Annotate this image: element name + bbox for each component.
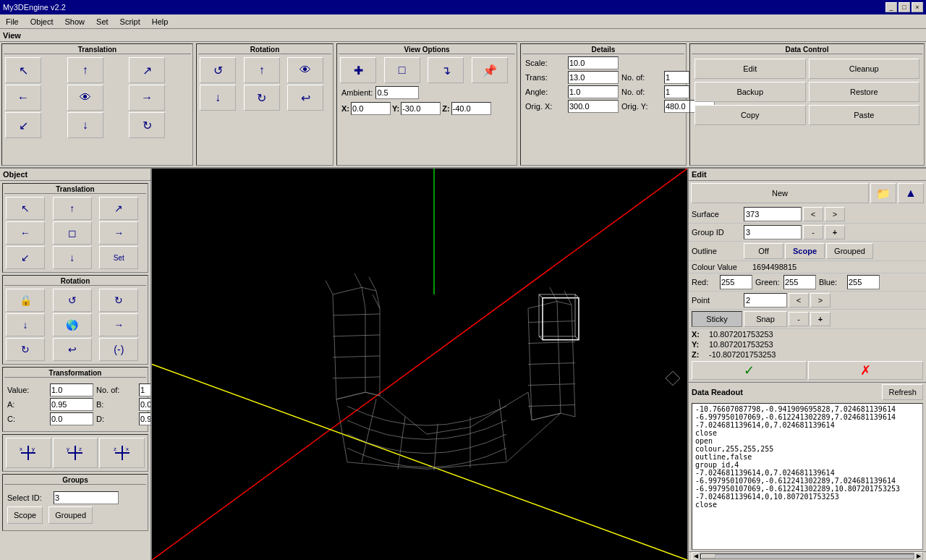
trans-up[interactable]: ↑: [67, 57, 103, 83]
point-prev-btn[interactable]: <: [789, 293, 809, 307]
transform-value-input[interactable]: [50, 383, 93, 396]
obj-trans-up[interactable]: ↑: [53, 197, 92, 220]
backup-button[interactable]: Backup: [694, 82, 806, 102]
obj-rot-right[interactable]: →: [99, 313, 138, 336]
rot-eye[interactable]: 👁: [287, 57, 323, 83]
menu-object[interactable]: Object: [25, 16, 59, 27]
scroll-right-btn[interactable]: ▶: [914, 552, 923, 561]
menu-script[interactable]: Script: [114, 16, 146, 27]
obj-trans-set[interactable]: Set: [99, 246, 138, 269]
origx-input[interactable]: [568, 100, 619, 113]
obj-trans-up-left[interactable]: ↖: [6, 197, 45, 220]
red-input[interactable]: [720, 275, 752, 289]
groupid-plus-btn[interactable]: +: [825, 225, 845, 239]
viewopt-corner[interactable]: ↴: [428, 57, 464, 83]
trans-up-right[interactable]: ↗: [129, 57, 165, 83]
refresh-button[interactable]: Refresh: [882, 384, 923, 400]
obj-rot-lock[interactable]: 🔒: [6, 289, 45, 312]
rot-ccw[interactable]: ↺: [200, 57, 236, 83]
view-xy[interactable]: x y: [6, 438, 51, 468]
edit-button[interactable]: Edit: [694, 59, 806, 79]
point-next-btn[interactable]: >: [810, 293, 831, 307]
viewopt-pin[interactable]: 📌: [472, 57, 508, 83]
cleanup-button[interactable]: Cleanup: [809, 59, 920, 79]
close-button[interactable]: ×: [912, 2, 923, 12]
surface-next-btn[interactable]: >: [825, 207, 845, 221]
angle-input[interactable]: [568, 85, 619, 98]
outline-scope-btn[interactable]: Scope: [785, 243, 825, 259]
folder-button[interactable]: 📁: [870, 183, 896, 203]
z-input[interactable]: [451, 102, 491, 115]
rot-back[interactable]: ↩: [287, 85, 323, 111]
outline-grouped-btn[interactable]: Grouped: [826, 243, 873, 259]
scrollbar-track[interactable]: [700, 553, 914, 559]
view-zx[interactable]: z x: [99, 438, 145, 468]
surface-prev-btn[interactable]: <: [803, 207, 823, 221]
rot-cw[interactable]: ↻: [244, 85, 280, 111]
obj-rot-cw[interactable]: ↻: [99, 289, 138, 312]
surface-input[interactable]: [744, 207, 802, 221]
viewopt-square[interactable]: □: [384, 57, 420, 83]
noof1-input[interactable]: [664, 71, 689, 84]
obj-rot-globe[interactable]: 🌎: [53, 313, 92, 336]
trans-right[interactable]: →: [129, 85, 165, 111]
confirm-tick-btn[interactable]: ✓: [692, 361, 807, 380]
menu-show[interactable]: Show: [59, 16, 91, 27]
up-arrow-button[interactable]: ▲: [898, 183, 924, 203]
snap-btn[interactable]: Snap: [744, 311, 787, 327]
point-input[interactable]: [744, 293, 787, 307]
confirm-x-btn[interactable]: ✗: [808, 361, 923, 380]
green-input[interactable]: [783, 275, 816, 289]
minimize-button[interactable]: _: [885, 2, 897, 12]
grouped-button[interactable]: Grouped: [48, 506, 93, 524]
groupid-minus-btn[interactable]: -: [803, 225, 823, 239]
obj-trans-down[interactable]: ↓: [53, 246, 92, 269]
trans-details-input[interactable]: [568, 71, 619, 84]
trans-left[interactable]: ←: [5, 85, 41, 111]
transform-c-input[interactable]: [50, 412, 93, 425]
scroll-left-btn[interactable]: ◀: [692, 552, 700, 561]
blue-input[interactable]: [847, 275, 880, 289]
trans-up-left[interactable]: ↖: [5, 57, 41, 83]
obj-trans-left[interactable]: ←: [6, 221, 45, 245]
groupid-input[interactable]: [744, 225, 802, 239]
ambient-input[interactable]: [375, 86, 419, 99]
scope-button[interactable]: Scope: [7, 506, 43, 524]
sticky-btn[interactable]: Sticky: [692, 311, 742, 327]
scale-input[interactable]: [568, 56, 619, 69]
menu-help[interactable]: Help: [146, 16, 174, 27]
obj-rot-down[interactable]: ↓: [6, 313, 45, 336]
rot-up[interactable]: ↑: [244, 57, 280, 83]
rot-down[interactable]: ↓: [200, 85, 236, 111]
outline-off-btn[interactable]: Off: [744, 243, 783, 259]
obj-rot-minus[interactable]: (-): [99, 338, 138, 361]
transform-a-input[interactable]: [50, 398, 93, 411]
view-yz[interactable]: y z: [53, 438, 98, 468]
y-input[interactable]: [401, 102, 441, 115]
obj-rot-ccw[interactable]: ↺: [53, 289, 92, 312]
trans-eye[interactable]: 👁: [67, 85, 103, 111]
obj-trans-right[interactable]: →: [99, 221, 138, 245]
trans-down-left[interactable]: ↙: [5, 112, 41, 138]
maximize-button[interactable]: □: [899, 2, 910, 12]
restore-button[interactable]: Restore: [809, 82, 920, 102]
new-button[interactable]: New: [691, 183, 869, 203]
sticky-minus-btn[interactable]: -: [789, 312, 809, 326]
obj-trans-cube[interactable]: ◻: [53, 221, 92, 245]
noof2-input[interactable]: [664, 85, 689, 98]
viewopt-plus[interactable]: ✚: [340, 57, 376, 83]
sticky-plus-btn[interactable]: +: [810, 312, 831, 326]
transform-b-input[interactable]: [139, 398, 152, 411]
transform-noof-input[interactable]: [139, 383, 152, 396]
trans-rotate-cw[interactable]: ↻: [129, 112, 165, 138]
menu-set[interactable]: Set: [90, 16, 114, 27]
obj-trans-up-right[interactable]: ↗: [99, 197, 138, 220]
groups-selectid-input[interactable]: [54, 491, 119, 504]
menu-file[interactable]: File: [0, 16, 25, 27]
transform-d-input[interactable]: [139, 412, 152, 425]
copy-button[interactable]: Copy: [694, 105, 806, 125]
x-input[interactable]: [351, 102, 391, 115]
trans-down[interactable]: ↓: [67, 112, 103, 138]
obj-trans-down-left[interactable]: ↙: [6, 246, 45, 269]
obj-rot-tilt[interactable]: ↻: [6, 338, 45, 361]
